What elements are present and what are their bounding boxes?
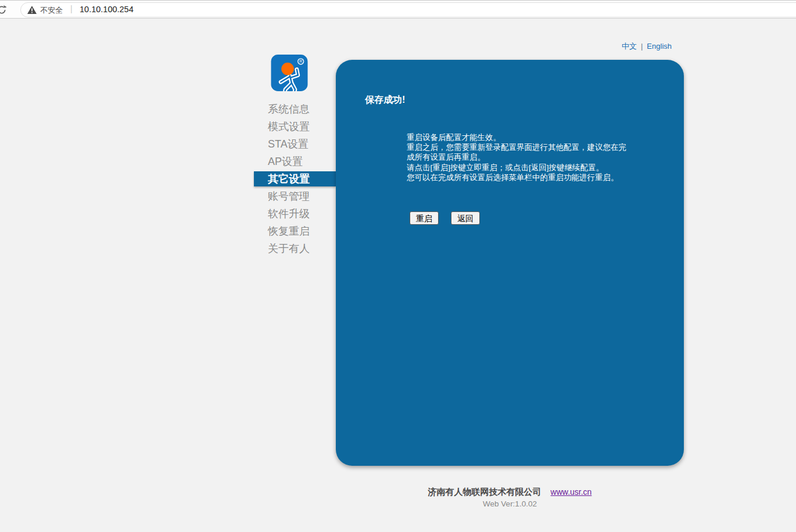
sidebar-item-mode-settings[interactable]: 模式设置	[254, 118, 336, 135]
lang-divider: |	[641, 42, 643, 51]
restart-instructions: 重启设备后配置才能生效。 重启之后，您需要重新登录配置界面进行其他配置，建议您在…	[407, 132, 629, 182]
sidebar-menu: 系统信息 模式设置 STA设置 AP设置 其它设置 账号管理 软件升级 恢复重启…	[254, 100, 336, 257]
company-name-line: 济南有人物联网技术有限公司www.usr.cn	[336, 487, 684, 498]
back-button[interactable]: 返回	[451, 211, 480, 225]
sidebar-item-sta-settings[interactable]: STA设置	[254, 135, 336, 153]
instruction-line: 重启设备后配置才能生效。	[407, 132, 629, 142]
svg-text:R: R	[299, 59, 302, 63]
security-status-label[interactable]: 不安全	[40, 5, 63, 16]
instruction-line: 您可以在完成所有设置后选择菜单栏中的重启功能进行重启。	[407, 172, 629, 182]
company-website-link[interactable]: www.usr.cn	[551, 487, 592, 497]
sidebar-item-firmware-upgrade[interactable]: 软件升级	[254, 205, 336, 222]
address-divider: |	[70, 4, 73, 13]
not-secure-warning-icon[interactable]	[27, 6, 37, 14]
company-name: 济南有人物联网技术有限公司	[428, 487, 542, 497]
instruction-line: 请点击[重启]按键立即重启；或点击[返回]按键继续配置。	[407, 163, 629, 172]
restart-button[interactable]: 重启	[410, 211, 439, 225]
web-version-label: Web Ver:1.0.02	[336, 499, 684, 508]
lang-link-english[interactable]: English	[647, 42, 672, 51]
instruction-line: 重启之后，您需要重新登录配置界面进行其他配置，建议您在完成所有设置后再重启。	[407, 142, 629, 162]
action-button-row: 重启 返回	[410, 211, 480, 225]
lang-link-chinese[interactable]: 中文	[622, 42, 637, 51]
sidebar-item-system-info[interactable]: 系统信息	[254, 100, 336, 118]
browser-address-bar: 不安全 | 10.10.100.254	[0, 0, 796, 19]
sidebar-item-about-usr[interactable]: 关于有人	[254, 240, 336, 257]
page-footer: 济南有人物联网技术有限公司www.usr.cn Web Ver:1.0.02	[336, 487, 684, 508]
content-panel: 保存成功! 重启设备后配置才能生效。 重启之后，您需要重新登录配置界面进行其他配…	[336, 60, 684, 466]
url-input[interactable]	[20, 2, 796, 17]
sidebar-item-account-mgmt[interactable]: 账号管理	[254, 188, 336, 205]
save-success-title: 保存成功!	[365, 94, 405, 106]
url-text[interactable]: 10.10.100.254	[80, 5, 134, 14]
reload-icon[interactable]	[0, 5, 7, 15]
sidebar-item-restore-restart[interactable]: 恢复重启	[254, 222, 336, 240]
sidebar-item-ap-settings[interactable]: AP设置	[254, 153, 336, 170]
sidebar-item-other-settings[interactable]: 其它设置	[254, 171, 336, 186]
language-switcher: 中文|English	[622, 41, 672, 52]
usr-logo: R	[271, 55, 308, 91]
